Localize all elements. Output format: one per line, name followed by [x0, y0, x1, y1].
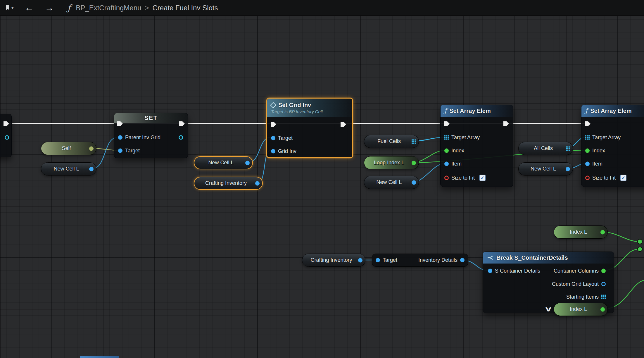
pin-label: Item — [451, 161, 462, 167]
pill-loop-index-l[interactable]: Loop Index L — [364, 156, 419, 169]
all-cells-array-pin[interactable] — [566, 146, 570, 151]
pin-label: Index — [592, 148, 605, 154]
pill-index-l-top[interactable]: Index L — [554, 226, 608, 239]
pin-label: Size to Fit — [451, 175, 475, 181]
exec-in-pin[interactable] — [444, 121, 450, 126]
node-set-array-elem-1[interactable]: ƒ Set Array Elem Target Array Index Item… — [440, 105, 513, 187]
index-l-pin[interactable] — [600, 230, 605, 234]
exec-out-pin[interactable] — [503, 121, 509, 126]
toolbar: ▾ ← → ƒ BP_ExtCraftingMenu > Create Fuel… — [0, 0, 644, 16]
node-set-parent-inv-grid[interactable]: SET Parent Inv Grid Target — [114, 113, 188, 158]
output-pin[interactable] — [5, 135, 9, 140]
pill-label: New Cell L — [531, 166, 556, 172]
pill-index-l-bottom[interactable]: Index L — [554, 303, 608, 316]
pill-crafting-inventory-2[interactable]: Crafting Inventory — [302, 254, 365, 267]
node-title: Break S_ContainerDetails — [496, 254, 568, 261]
new-cell-l-pin[interactable] — [245, 161, 250, 165]
crafting-inventory-pin[interactable] — [255, 181, 260, 185]
new-cell-l-pin[interactable] — [89, 167, 94, 171]
node-header: Break S_ContainerDetails — [483, 252, 614, 264]
pill-new-cell-l-4[interactable]: New Cell L — [518, 162, 573, 175]
node-title: Set Array Elem — [449, 108, 491, 114]
parent-inv-grid-pin[interactable] — [118, 135, 122, 140]
pin-label: Target — [383, 257, 397, 263]
pin-label: S Container Details — [495, 268, 540, 274]
pin-label: Target Array — [592, 135, 621, 141]
pin-label: Index — [451, 148, 464, 154]
back-arrow-icon[interactable]: ← — [25, 0, 34, 16]
size-to-fit-pin[interactable] — [585, 176, 590, 180]
crafting-inventory-pin[interactable] — [358, 258, 362, 262]
index-pin[interactable] — [585, 149, 590, 153]
node-title: Set Array Elem — [590, 108, 632, 114]
clipped-node-header — [80, 356, 119, 358]
bookmark-icon[interactable] — [5, 5, 10, 11]
size-to-fit-checkbox[interactable]: ✓ — [620, 175, 626, 181]
pin-label: Target — [278, 135, 293, 141]
breadcrumb-separator: > — [145, 4, 149, 12]
parent-inv-grid-out-pin[interactable] — [179, 135, 183, 140]
pin-label: Grid Inv — [278, 148, 296, 154]
blueprint-graph-canvas[interactable]: SET Parent Inv Grid Target Set Grid Inv … — [0, 0, 644, 358]
breadcrumb-current: Create Fuel Inv Slots — [152, 4, 218, 12]
item-pin[interactable] — [585, 162, 590, 166]
pill-new-cell-l-3[interactable]: New Cell L — [364, 176, 419, 189]
index-l-pin[interactable] — [600, 307, 605, 311]
node-header: ƒ Set Array Elem — [581, 105, 644, 117]
target-array-pin[interactable] — [444, 135, 449, 140]
target-pin[interactable] — [271, 136, 275, 140]
exec-out-pin[interactable] — [4, 121, 9, 126]
node-left-partial[interactable] — [0, 114, 12, 157]
size-to-fit-pin[interactable] — [444, 176, 449, 180]
break-struct-icon — [487, 255, 494, 260]
pill-new-cell-l-2[interactable]: New Cell L — [194, 156, 253, 169]
size-to-fit-checkbox[interactable]: ✓ — [479, 175, 486, 181]
breadcrumb-root[interactable]: BP_ExtCraftingMenu — [76, 4, 141, 12]
pill-label: Index L — [570, 306, 587, 312]
exec-in-pin[interactable] — [271, 122, 276, 127]
function-icon: ƒ — [68, 3, 71, 13]
fuel-cells-array-pin[interactable] — [412, 139, 416, 144]
pill-new-cell-l-1[interactable]: New Cell L — [41, 162, 96, 175]
grid-inv-pin[interactable] — [271, 149, 275, 154]
new-cell-l-pin[interactable] — [412, 180, 416, 185]
node-set-grid-inv[interactable]: Set Grid Inv Target is BP Inventory Cell… — [266, 98, 353, 158]
function-icon: ƒ — [585, 108, 588, 114]
s-container-details-pin[interactable] — [488, 269, 492, 273]
loop-index-l-pin[interactable] — [412, 161, 416, 165]
pill-crafting-inventory-1[interactable]: Crafting Inventory — [194, 177, 263, 190]
container-columns-pin[interactable] — [601, 269, 606, 273]
target-pin[interactable] — [376, 258, 380, 262]
inventory-details-pin[interactable] — [460, 258, 465, 262]
pin-label: Custom Grid Layout — [552, 281, 599, 287]
pill-fuel-cells[interactable]: Fuel Cells — [364, 135, 419, 148]
new-cell-l-pin[interactable] — [566, 167, 570, 171]
node-title: Set Grid Inv — [278, 102, 311, 109]
pill-label: New Cell L — [376, 179, 402, 185]
pill-self[interactable]: Self — [41, 142, 96, 155]
node-subtitle: Target is BP Inventory Cell — [271, 109, 322, 114]
pill-label: Fuel Cells — [377, 138, 401, 144]
pill-all-cells[interactable]: All Cells — [518, 142, 573, 155]
bookmark-chevron-icon[interactable]: ▾ — [11, 5, 14, 11]
starting-items-pin[interactable] — [601, 295, 606, 299]
expand-chevron-icon[interactable]: ∨ — [544, 306, 552, 312]
exec-in-pin[interactable] — [585, 121, 591, 126]
index-pin[interactable] — [444, 149, 449, 153]
target-pin[interactable] — [118, 149, 122, 153]
custom-grid-layout-pin[interactable] — [601, 282, 606, 286]
node-set-array-elem-2[interactable]: ƒ Set Array Elem Target Array Index Item… — [581, 105, 644, 187]
exec-out-pin[interactable] — [341, 122, 346, 127]
edge-pin-2[interactable] — [638, 247, 642, 252]
forward-arrow-icon[interactable]: → — [45, 0, 54, 16]
node-inventory-details[interactable]: Target Inventory Details — [372, 254, 468, 267]
pill-label: All Cells — [534, 145, 553, 152]
edge-pin-1[interactable] — [638, 239, 642, 244]
pill-label: Crafting Inventory — [205, 180, 247, 186]
item-pin[interactable] — [444, 162, 449, 166]
pin-label: Target Array — [451, 135, 480, 141]
self-pin[interactable] — [89, 146, 94, 151]
pin-label: Starting Items — [566, 294, 599, 300]
wire-indexl-top-to-edge[interactable] — [603, 232, 638, 242]
target-array-pin[interactable] — [585, 135, 590, 140]
